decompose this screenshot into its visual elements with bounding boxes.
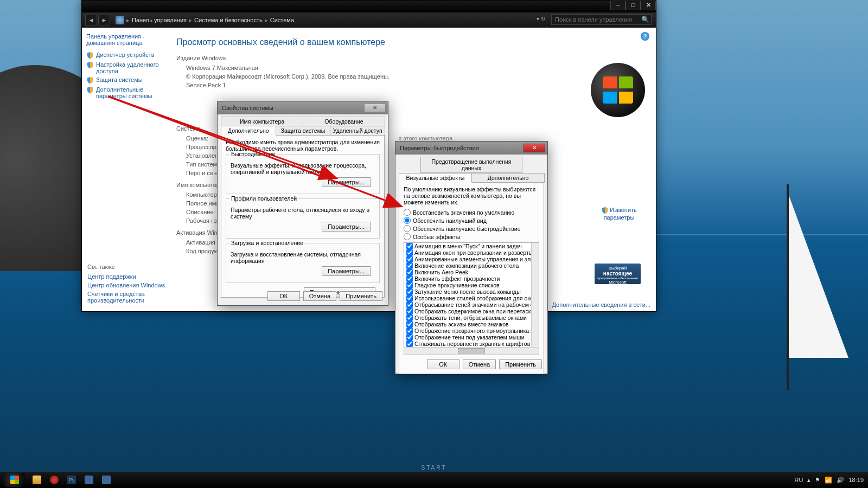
radio-input[interactable]: [404, 233, 411, 240]
dialog-titlebar[interactable]: Параметры быстродействия ✕: [395, 142, 547, 155]
task-icon[interactable]: [81, 474, 97, 486]
scrollbar-thumb[interactable]: [458, 348, 485, 354]
startup-settings-button[interactable]: Параметры...: [322, 266, 371, 276]
refresh-button[interactable]: ▾ ↻: [537, 16, 545, 22]
checkbox-input[interactable]: [406, 243, 413, 249]
tab-strip: Предотвращение выполнения данных Визуаль…: [399, 157, 544, 182]
sidebar-home-link[interactable]: Панель управления - домашняя страница: [86, 33, 164, 46]
radio-option[interactable]: Обеспечить наилучшее быстродействие: [404, 225, 539, 232]
checkbox-input[interactable]: [406, 282, 413, 288]
tab-computer-name[interactable]: Имя компьютера: [221, 117, 303, 126]
titlebar[interactable]: ─ □ ✕: [82, 1, 656, 12]
checklist-item[interactable]: Включить Aero Peek: [404, 269, 539, 275]
cancel-button[interactable]: Отмена: [463, 359, 496, 369]
breadcrumb[interactable]: ▸ Панель управления ▸ Система и безопасн…: [116, 16, 294, 24]
checklist-item[interactable]: Отображение тени под указателем мыши: [404, 334, 539, 341]
back-button[interactable]: ◄: [85, 15, 97, 25]
checklist-item[interactable]: Отображать тени, отбрасываемые окнами: [404, 314, 539, 321]
radio-option[interactable]: Обеспечить наилучший вид: [404, 217, 539, 224]
minimize-button[interactable]: ─: [610, 1, 626, 10]
sidebar-remote-access[interactable]: Настройка удаленного доступа: [86, 61, 164, 74]
vertical-scrollbar[interactable]: [531, 243, 539, 347]
ok-button[interactable]: ОК: [427, 359, 459, 369]
checklist-item[interactable]: Затухание меню после вызова команды: [404, 288, 539, 295]
checklist-item[interactable]: Отображение прозрачного прямоугольника в…: [404, 328, 539, 334]
change-settings-link[interactable]: Изменить параметры: [597, 207, 641, 221]
link-performance-tools[interactable]: Счетчики и средства производительности: [87, 291, 169, 304]
checkbox-input[interactable]: [406, 269, 413, 275]
radio-input[interactable]: [404, 209, 411, 216]
help-icon[interactable]: ?: [641, 32, 649, 41]
checkbox-input[interactable]: [406, 314, 413, 321]
tab-dep[interactable]: Предотвращение выполнения данных: [420, 157, 522, 173]
search-input[interactable]: [551, 14, 652, 25]
radio-option[interactable]: Особые эффекты:: [404, 233, 539, 240]
checkbox-input[interactable]: [406, 275, 413, 282]
language-indicator[interactable]: RU: [795, 477, 803, 483]
link-support-center[interactable]: Центр поддержки: [87, 273, 169, 280]
checklist-item[interactable]: Отбрасывание теней значками на рабочем с…: [404, 301, 539, 308]
checkbox-input[interactable]: [406, 321, 413, 328]
dialog-title: Свойства системы: [222, 105, 273, 111]
dialog-titlebar[interactable]: Свойства системы ✕: [218, 101, 388, 114]
explorer-icon[interactable]: [29, 474, 44, 486]
close-button[interactable]: ✕: [364, 104, 386, 112]
tab-hardware[interactable]: Оборудование: [303, 117, 385, 126]
flag-icon[interactable]: ⚑: [815, 477, 820, 484]
checklist-item[interactable]: Использование стилей отображения для око…: [404, 295, 539, 301]
clock[interactable]: 18:19: [848, 477, 864, 483]
maximize-button[interactable]: □: [626, 1, 641, 10]
tab-remote[interactable]: Удаленный доступ: [330, 126, 385, 136]
profiles-settings-button[interactable]: Параметры...: [322, 222, 371, 232]
photoshop-icon[interactable]: Ps: [64, 474, 79, 486]
checklist-item[interactable]: Анимация в меню "Пуск" и панели задач: [404, 243, 539, 249]
checkbox-input[interactable]: [406, 301, 413, 308]
checklist-item[interactable]: Анимация окон при свертывании и разверты…: [404, 249, 539, 256]
checkbox-input[interactable]: [406, 308, 413, 314]
volume-icon[interactable]: 🔊: [837, 477, 844, 484]
tab-visual-effects[interactable]: Визуальные эффекты: [399, 173, 472, 183]
checklist-item[interactable]: Сглаживать неровности экранных шрифтов: [404, 341, 539, 347]
checkbox-input[interactable]: [406, 262, 413, 269]
tray-chevron-icon[interactable]: ▴: [807, 477, 810, 484]
checklist-item[interactable]: Отображать эскизы вместо значков: [404, 321, 539, 328]
ok-button[interactable]: ОК: [267, 291, 300, 301]
forward-button[interactable]: ►: [98, 15, 110, 25]
checkbox-input[interactable]: [406, 249, 413, 256]
performance-settings-button[interactable]: Параметры...: [322, 177, 371, 187]
close-button[interactable]: ✕: [524, 144, 545, 152]
effects-checklist[interactable]: Анимация в меню "Пуск" и панели задачАни…: [404, 242, 539, 355]
page-title: Просмотр основных сведений о вашем компь…: [176, 37, 645, 47]
checklist-item[interactable]: Включить эффект прозрачности: [404, 275, 539, 282]
sidebar-advanced-settings[interactable]: Дополнительные параметры системы: [86, 86, 164, 99]
cancel-button[interactable]: Отмена: [303, 291, 336, 301]
sidebar-device-manager[interactable]: Диспетчер устройств: [86, 52, 164, 59]
radio-option[interactable]: Восстановить значения по умолчанию: [404, 209, 539, 216]
checkbox-input[interactable]: [406, 341, 413, 347]
checklist-item[interactable]: Отображать содержимое окна при перетаски…: [404, 308, 539, 314]
checklist-item[interactable]: Гладкое прокручивание списков: [404, 282, 539, 288]
checklist-item[interactable]: Включение композиции рабочего стола: [404, 262, 539, 269]
opera-icon[interactable]: [47, 474, 62, 486]
checkbox-input[interactable]: [406, 256, 413, 262]
checklist-item[interactable]: Анимированные элементы управления и элем…: [404, 256, 539, 262]
radio-input[interactable]: [404, 217, 411, 224]
tab-system-protection[interactable]: Защита системы: [276, 126, 331, 136]
start-button[interactable]: [4, 473, 25, 487]
network-icon[interactable]: 📶: [825, 477, 832, 484]
tab-advanced[interactable]: Дополнительно: [221, 126, 276, 136]
radio-input[interactable]: [404, 225, 411, 232]
checkbox-input[interactable]: [406, 295, 413, 301]
link-windows-update[interactable]: Центр обновления Windows: [87, 282, 169, 288]
checkbox-input[interactable]: [406, 288, 413, 295]
apply-button[interactable]: Применить: [499, 359, 542, 369]
horizontal-scrollbar[interactable]: [404, 347, 539, 355]
task-icon-2[interactable]: [99, 474, 114, 486]
tab-advanced[interactable]: Дополнительно: [471, 173, 545, 183]
close-button[interactable]: ✕: [641, 1, 656, 10]
sidebar-system-protection[interactable]: Защита системы: [86, 76, 164, 84]
checkbox-input[interactable]: [406, 334, 413, 341]
checkbox-input[interactable]: [406, 328, 413, 334]
apply-button[interactable]: Применить: [340, 291, 382, 301]
more-info-link[interactable]: Дополнительные сведения в сети...: [552, 301, 651, 308]
